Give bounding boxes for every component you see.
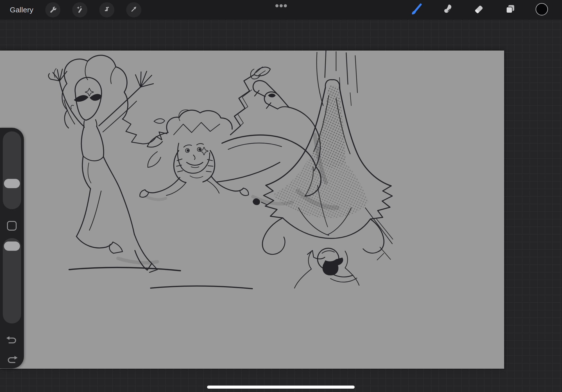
actions-button[interactable]	[45, 2, 60, 17]
sketch-svg	[0, 51, 504, 369]
ellipsis-dot	[280, 4, 283, 7]
toolbar-right-group	[409, 0, 562, 20]
selection-button[interactable]	[99, 2, 114, 17]
color-swatch-icon	[535, 3, 549, 17]
toolbar-left-group: Gallery	[0, 2, 141, 17]
drawing-canvas[interactable]	[0, 51, 504, 369]
wrench-icon	[49, 5, 57, 15]
layers-icon	[504, 3, 517, 17]
opacity-thumb[interactable]	[4, 241, 20, 251]
brush-sidebar	[0, 128, 24, 368]
top-toolbar: Gallery	[0, 0, 562, 20]
redo-arrow-icon	[6, 362, 18, 367]
ellipsis-dot	[275, 4, 278, 7]
modify-button[interactable]	[7, 221, 17, 231]
workspace-background: Gallery	[0, 0, 562, 392]
paint-button[interactable]	[409, 3, 423, 17]
undo-arrow-icon	[6, 342, 18, 347]
brush-size-slider[interactable]	[3, 131, 21, 209]
brush-size-thumb[interactable]	[4, 179, 20, 188]
ellipsis-icon[interactable]	[275, 4, 287, 7]
home-indicator[interactable]	[207, 386, 355, 389]
color-button[interactable]	[535, 3, 549, 17]
transform-arrow-icon	[130, 5, 138, 15]
selection-s-icon	[103, 5, 111, 15]
gallery-button[interactable]: Gallery	[10, 6, 33, 14]
opacity-slider[interactable]	[3, 238, 21, 323]
transform-button[interactable]	[126, 2, 141, 17]
smudge-button[interactable]	[441, 3, 454, 17]
layers-button[interactable]	[504, 3, 517, 17]
erase-button[interactable]	[472, 3, 486, 17]
ellipsis-dot	[284, 4, 287, 7]
undo-button[interactable]	[6, 335, 18, 346]
magic-wand-icon	[76, 5, 84, 15]
smudge-finger-icon	[441, 3, 454, 17]
adjustments-button[interactable]	[72, 2, 87, 17]
eraser-icon	[472, 3, 485, 17]
paintbrush-icon	[409, 3, 422, 17]
redo-button[interactable]	[6, 355, 18, 366]
